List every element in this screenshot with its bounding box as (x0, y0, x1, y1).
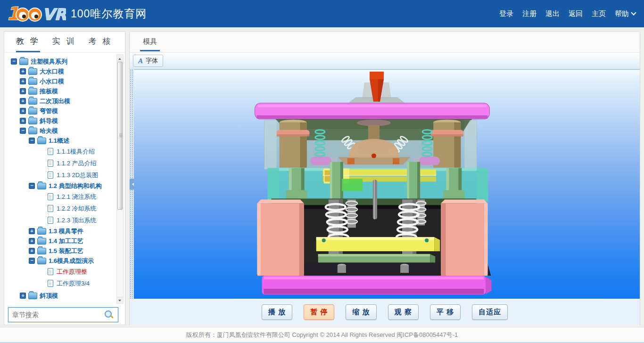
search-icon[interactable] (104, 310, 114, 320)
tree-item[interactable]: 二次顶出模 (6, 96, 115, 106)
expand-toggle-icon[interactable] (20, 108, 26, 114)
viewer-control-button[interactable]: 暂 停 (304, 304, 334, 320)
viewer-controls: 播 放 暂 停 缩 放 观 察 平 移 自适应 (130, 299, 640, 326)
folder-icon (28, 88, 37, 95)
navbar-link[interactable]: 登录 (499, 9, 513, 18)
tree-item[interactable]: 工作原理3/4 (6, 278, 115, 289)
font-button-label: 字体 (146, 57, 158, 65)
tree-item[interactable]: 小水口模 (6, 76, 115, 86)
chapter-search (8, 307, 118, 322)
tree-item[interactable]: 注塑模具系列 (6, 57, 115, 66)
scroll-down-icon[interactable] (117, 297, 123, 303)
tree-item[interactable]: 弯管模 (6, 106, 115, 116)
3d-canvas[interactable] (134, 69, 640, 299)
sidebar-tabs: 教 学 实 训 考 核 (4, 32, 125, 53)
expand-toggle-icon[interactable] (20, 68, 26, 74)
folder-icon (19, 58, 28, 65)
navbar-link[interactable]: 返回 (569, 9, 583, 18)
sidebar-tab[interactable]: 实 训 (52, 32, 76, 52)
folder-icon (37, 183, 46, 189)
tree-item[interactable]: 1.4 加工工艺 (6, 236, 115, 246)
svg-text:VR: VR (42, 5, 66, 24)
expand-toggle-icon[interactable] (20, 128, 26, 134)
expand-toggle-icon[interactable] (20, 88, 26, 94)
expand-toggle-icon[interactable] (29, 258, 35, 264)
navbar-link[interactable]: 退出 (545, 9, 560, 18)
folder-icon (37, 258, 46, 264)
folder-icon (28, 293, 37, 299)
expand-toggle-icon[interactable] (20, 293, 26, 299)
font-button[interactable]: A 字体 (133, 55, 163, 67)
top-clamp-plate (255, 103, 489, 119)
folder-icon (28, 128, 37, 134)
spacer-block-left (257, 199, 304, 276)
sidebar-tab[interactable]: 考 核 (88, 32, 112, 52)
viewer-control-button[interactable]: 观 察 (388, 304, 419, 320)
font-icon: A (138, 57, 143, 65)
scrollbar-thumb[interactable] (117, 62, 123, 210)
expand-toggle-icon[interactable] (29, 238, 35, 244)
navbar-link[interactable]: 注册 (522, 9, 537, 18)
search-input[interactable] (8, 311, 104, 318)
chapter-tree: 注塑模具系列 大水口模 小水口模 (4, 53, 115, 306)
expand-toggle-icon[interactable] (20, 78, 26, 84)
folder-icon (28, 78, 37, 85)
ejector-rod (373, 180, 377, 220)
tab-mold[interactable]: 模具 (140, 32, 160, 51)
file-icon (48, 148, 53, 155)
folder-icon (28, 108, 37, 114)
tree-item[interactable]: 1.2.2 冷却系统 (6, 203, 115, 214)
tree-item[interactable]: 1.3 模具零件 (6, 226, 115, 236)
tree-scrollbar[interactable] (116, 54, 124, 304)
main-tabbar: 模具 (130, 32, 640, 53)
tree-item[interactable]: 大水口模 (6, 66, 115, 76)
sprue-bushing (348, 72, 405, 103)
file-icon (48, 193, 53, 200)
tree-item[interactable]: 1.2.3 顶出系统 (6, 214, 115, 226)
tree-item[interactable]: 1.1.2 产品介绍 (6, 157, 115, 169)
tree-item[interactable]: 工作原理整 (6, 266, 115, 278)
file-icon (48, 160, 53, 167)
tree-item[interactable]: 斜导模 (6, 116, 115, 126)
navbar-link[interactable]: 帮助 (615, 9, 636, 18)
panel-splitter[interactable] (130, 69, 134, 299)
expand-toggle-icon[interactable] (20, 98, 26, 104)
expand-toggle-icon[interactable] (29, 183, 35, 189)
navbar-link[interactable]: 主页 (592, 9, 606, 18)
file-icon (48, 205, 53, 212)
scroll-up-icon[interactable] (117, 55, 123, 61)
tree-item[interactable]: 1.2.1 浇注系统 (6, 191, 115, 203)
file-icon (48, 217, 53, 224)
page: 1 VR 100唯尔教育网 登录 注册 退出 返回 主页 (0, 0, 644, 343)
viewer-area (130, 69, 640, 299)
tree-item[interactable]: 推板模 (6, 86, 115, 96)
collapse-panel-arrow-icon[interactable] (130, 179, 134, 190)
navbar: 1 VR 100唯尔教育网 登录 注册 退出 返回 主页 (0, 0, 644, 27)
viewer-control-button[interactable]: 播 放 (262, 304, 292, 320)
copyright-text: 版权所有：厦门凤凰创壹软件有限公司 Copyright © 2014 All R… (186, 331, 458, 338)
expand-toggle-icon[interactable] (29, 228, 35, 234)
expand-toggle-icon[interactable] (11, 58, 17, 65)
tree-item[interactable]: 1.2 典型结构和机构 (6, 181, 115, 191)
guide-bushing-left (277, 120, 310, 168)
footer: 版权所有：厦门凤凰创壹软件有限公司 Copyright © 2014 All R… (0, 327, 644, 343)
brand[interactable]: 1 VR 100唯尔教育网 (6, 3, 147, 24)
tree-item[interactable]: 哈夫模 (6, 126, 115, 136)
tree-item[interactable]: 1.6模具成型演示 (6, 256, 115, 266)
viewer-control-button[interactable]: 自适应 (472, 304, 508, 320)
logo-100vr-icon: 1 VR (6, 3, 66, 24)
expand-toggle-icon[interactable] (20, 118, 26, 124)
expand-toggle-icon[interactable] (29, 138, 35, 144)
viewer-control-button[interactable]: 缩 放 (346, 304, 376, 320)
expand-toggle-icon[interactable] (29, 248, 35, 254)
tree-item[interactable]: 1.1概述 (6, 136, 115, 146)
tree-item[interactable]: 斜顶模 (6, 291, 115, 301)
viewer-control-button[interactable]: 平 移 (430, 304, 461, 320)
tree-item[interactable]: 1.1.3 2D总装图 (6, 169, 115, 181)
tree-item[interactable]: 1.1.1模具介绍 (6, 146, 115, 157)
folder-icon (28, 118, 37, 124)
mold-3d-model (134, 70, 640, 299)
folder-icon (37, 138, 46, 144)
tree-item[interactable]: 1.5 装配工艺 (6, 246, 115, 256)
sidebar-tab[interactable]: 教 学 (16, 32, 40, 52)
